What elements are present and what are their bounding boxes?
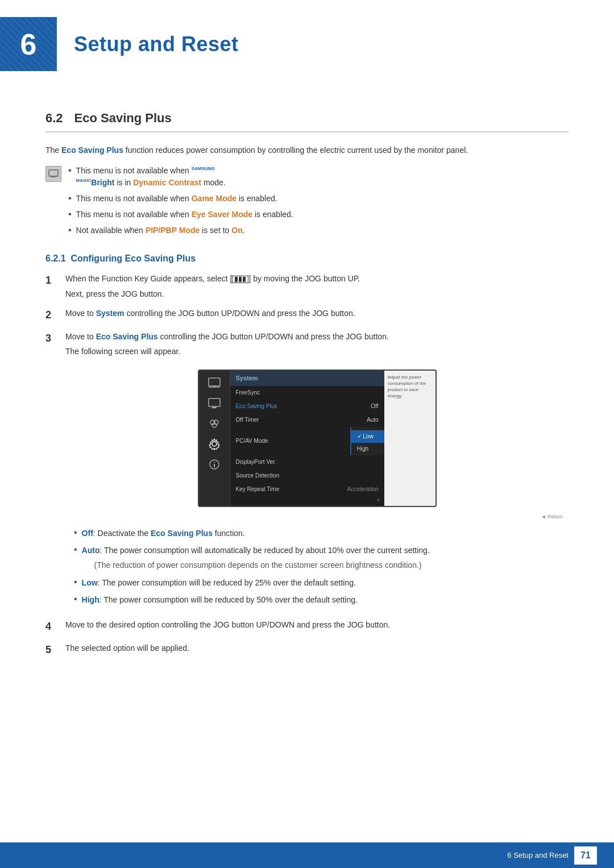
function-key-icon xyxy=(232,276,248,283)
step-content-5: The selected option will be applied. xyxy=(65,642,569,654)
menu-item-source: Source Detection xyxy=(230,469,384,483)
page-footer: 6 Setup and Reset 71 xyxy=(0,842,614,868)
footer-text: 6 Setup and Reset xyxy=(507,851,569,859)
menu-title: System xyxy=(230,371,384,387)
menu-item-offtimer: Off Timer Auto xyxy=(230,413,384,427)
sidebar-icon-picture xyxy=(205,375,223,390)
sidebar-icon-system xyxy=(205,437,223,451)
step-3: 3 Move to Eco Saving Plus controlling th… xyxy=(45,330,569,612)
return-label: ◄ Return xyxy=(65,513,569,521)
svg-point-15 xyxy=(214,462,215,463)
chapter-number: 6 xyxy=(0,17,57,71)
section-description: The Eco Saving Plus function reduces pow… xyxy=(45,144,569,156)
step-3-sub: The following screen will appear. xyxy=(65,345,569,358)
step-4: 4 Move to the desired option controlling… xyxy=(45,618,569,635)
right-panel-text: Adjust the power consumption of the prod… xyxy=(388,374,432,400)
subsection-heading: 6.2.1 Configuring Eco Saving Plus xyxy=(45,254,569,264)
note-line-4: • Not available when PIP/PBP Mode is set… xyxy=(68,225,293,236)
bullet-dot: • xyxy=(74,593,77,605)
menu-item-pcav: PC/AV Mode xyxy=(230,427,350,455)
section-number: 6.2 xyxy=(45,111,63,126)
footer-page-number: 71 xyxy=(574,846,597,865)
step-number-2: 2 xyxy=(45,307,57,323)
chapter-title: Setup and Reset xyxy=(74,32,239,56)
monitor-ui: System FreeSync Eco Saving Plus Off Off … xyxy=(198,369,437,507)
bullet-auto: • Auto: The power consumption will autom… xyxy=(74,544,569,572)
note-line-3: • This menu is not available when Eye Sa… xyxy=(68,209,293,221)
step-list: 1 When the Function Key Guide appears, s… xyxy=(45,272,569,658)
menu-item-eco: Eco Saving Plus Off xyxy=(230,400,384,413)
step-number-1: 1 xyxy=(45,272,57,289)
step-number-4: 4 xyxy=(45,618,57,635)
notes-container: • This menu is not available when SAMSUN… xyxy=(45,165,569,236)
note-icon xyxy=(45,166,61,182)
monitor-sidebar xyxy=(199,371,230,506)
submenu-high: High xyxy=(351,443,384,455)
submenu: ✓ Low High xyxy=(350,427,384,455)
step-1: 1 When the Function Key Guide appears, s… xyxy=(45,272,569,300)
step-content-2: Move to System controlling the JOG butto… xyxy=(65,307,569,319)
bullet-dot: • xyxy=(74,527,77,539)
bullet-high: • High: The power consumption will be re… xyxy=(74,593,569,606)
monitor-main-area: System FreeSync Eco Saving Plus Off Off … xyxy=(230,371,384,506)
step-number-5: 5 xyxy=(45,642,57,658)
step-number-3: 3 xyxy=(45,330,57,347)
bullet-icon: • xyxy=(68,193,72,205)
bullet-dot: • xyxy=(74,544,77,556)
bullet-low: • Low: The power consumption will be red… xyxy=(74,576,569,589)
note-lines: • This menu is not available when SAMSUN… xyxy=(68,165,293,236)
step-content-3: Move to Eco Saving Plus controlling the … xyxy=(65,330,569,612)
bullet-icon: • xyxy=(68,225,72,236)
step-5: 5 The selected option will be applied. xyxy=(45,642,569,658)
step-1-sub: Next, press the JOG button. xyxy=(65,288,569,300)
sidebar-icon-brightness xyxy=(205,396,223,410)
step-content-1: When the Function Key Guide appears, sel… xyxy=(65,272,569,300)
bullet-dot: • xyxy=(74,576,77,588)
menu-item-displayport: DisplayPort Ver. xyxy=(230,455,384,469)
section-title: Eco Saving Plus xyxy=(74,111,172,126)
svg-rect-0 xyxy=(49,170,58,176)
monitor-right-panel: Adjust the power consumption of the prod… xyxy=(384,371,435,506)
step-content-4: Move to the desired option controlling t… xyxy=(65,618,569,631)
step-2: 2 Move to System controlling the JOG but… xyxy=(45,307,569,323)
svg-rect-7 xyxy=(209,398,220,406)
bullet-icon: • xyxy=(68,165,72,177)
sidebar-icon-color xyxy=(205,416,223,431)
menu-item-freesync: FreeSync xyxy=(230,386,384,400)
page-header: 6 Setup and Reset xyxy=(0,0,614,82)
bullet-off: • Off: Deactivate the Eco Saving Plus fu… xyxy=(74,527,569,539)
sidebar-icon-info xyxy=(205,457,223,472)
note-line-1: • This menu is not available when SAMSUN… xyxy=(68,165,293,189)
menu-item-pcav-row: PC/AV Mode ✓ Low High xyxy=(230,427,384,455)
monitor-screenshot: System FreeSync Eco Saving Plus Off Off … xyxy=(65,369,569,507)
main-content: 6.2 Eco Saving Plus The Eco Saving Plus … xyxy=(0,82,614,711)
eco-saving-plus-term: Eco Saving Plus xyxy=(61,146,123,155)
section-heading: 6.2 Eco Saving Plus xyxy=(45,111,569,132)
bullet-list: • Off: Deactivate the Eco Saving Plus fu… xyxy=(74,527,569,607)
submenu-indicator: ▼ xyxy=(230,496,384,506)
svg-point-13 xyxy=(212,442,217,446)
svg-rect-4 xyxy=(209,378,220,386)
note-line-2: • This menu is not available when Game M… xyxy=(68,193,293,205)
menu-item-keyrepeat: Key Repeat Time Acceleration xyxy=(230,483,384,496)
submenu-low: ✓ Low xyxy=(351,430,384,443)
bullet-icon: • xyxy=(68,209,72,221)
auto-note: (The reduction of power consumption depe… xyxy=(94,559,430,571)
